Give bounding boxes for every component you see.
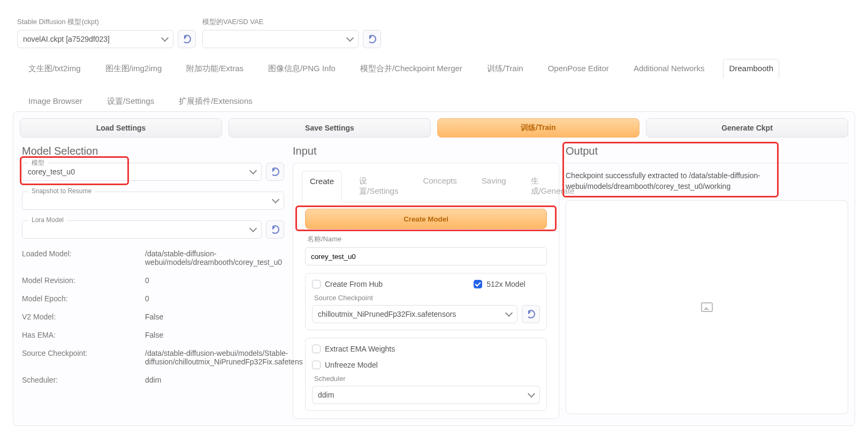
source-ckpt-select[interactable]: chilloutmix_NiPrunedFp32Fix.safetensors	[312, 305, 517, 323]
refresh-icon	[182, 35, 191, 43]
tab-additional-networks[interactable]: Additional Networks	[628, 59, 711, 79]
model-512-checkbox[interactable]: 512x Model	[474, 280, 525, 288]
tab--txt2img[interactable]: 文生图/txt2img	[22, 59, 87, 79]
info-value: 0	[145, 276, 303, 285]
info-value: False	[145, 313, 303, 321]
info-key: Loaded Model:	[22, 249, 145, 266]
source-ckpt-label: Source Checkpoint	[314, 294, 540, 302]
info-value: 0	[145, 294, 303, 303]
chevron-down-icon	[505, 309, 513, 317]
refresh-lora-button[interactable]	[266, 220, 284, 239]
sd-model-value: novelAI.ckpt [a7529df023]	[23, 35, 110, 43]
create-from-hub-checkbox[interactable]: Create From Hub	[312, 280, 383, 288]
model-field-label: 模型	[28, 158, 48, 167]
chevron-down-icon	[161, 34, 169, 42]
info-key: Model Epoch:	[22, 294, 145, 303]
subtab-saving[interactable]: Saving	[474, 171, 514, 202]
chevron-down-icon	[346, 34, 354, 42]
tab--png-info[interactable]: 图像信息/PNG Info	[262, 59, 341, 79]
chevron-down-icon	[272, 196, 279, 203]
info-key: V2 Model:	[22, 313, 145, 321]
tab-image-browser[interactable]: Image Browser	[22, 92, 88, 111]
refresh-sd-model-button[interactable]	[178, 30, 196, 48]
tab-openpose-editor[interactable]: OpenPose Editor	[542, 59, 615, 79]
info-key: Source Checkpoint:	[22, 349, 145, 366]
model-selection-title: Model Selection	[22, 145, 284, 157]
name-label: 名称/Name	[307, 234, 547, 244]
info-value: ddim	[145, 376, 303, 384]
train-button[interactable]: 训练/Train	[437, 118, 639, 138]
refresh-icon	[271, 167, 279, 176]
tab--train[interactable]: 训练/Train	[481, 59, 529, 79]
subtab-create[interactable]: Create	[302, 171, 342, 202]
load-settings-button[interactable]: Load Settings	[20, 118, 222, 138]
refresh-icon	[527, 310, 535, 318]
generate-ckpt-button[interactable]: Generate Ckpt	[646, 118, 848, 138]
info-value: /data/stable-diffusion-webui/models/Stab…	[145, 349, 303, 366]
input-title: Input	[293, 145, 559, 157]
tab--settings[interactable]: 设置/Settings	[101, 92, 160, 111]
extract-ema-checkbox[interactable]: Extract EMA Weights	[312, 345, 540, 353]
vae-select[interactable]	[202, 30, 359, 48]
subtab--settings[interactable]: 设置/Settings	[352, 171, 406, 202]
name-input[interactable]	[305, 247, 547, 265]
sd-model-select[interactable]: novelAI.ckpt [a7529df023]	[17, 30, 173, 48]
tab--extensions[interactable]: 扩展插件/Extensions	[173, 92, 258, 111]
chevron-down-icon	[249, 167, 257, 174]
output-title: Output	[566, 145, 848, 157]
subtab-concepts[interactable]: Concepts	[415, 171, 464, 202]
refresh-vae-button[interactable]	[363, 30, 381, 48]
unfreeze-checkbox[interactable]: Unfreeze Model	[312, 361, 540, 369]
info-value: False	[145, 331, 303, 339]
info-key: Scheduler:	[22, 376, 145, 384]
refresh-source-ckpt-button[interactable]	[522, 305, 540, 323]
tab--extras[interactable]: 附加功能/Extras	[180, 59, 249, 79]
info-key: Model Revision:	[22, 276, 145, 285]
refresh-icon	[368, 35, 376, 43]
model-select[interactable]: corey_test_u0	[22, 163, 262, 181]
image-icon	[701, 302, 713, 312]
output-message: Checkpoint successfully extracted to /da…	[566, 171, 848, 192]
create-model-button[interactable]: Create Model	[305, 209, 547, 229]
scheduler-label: Scheduler	[314, 375, 540, 383]
tab--checkpoint-merger[interactable]: 模型合并/Checkpoint Merger	[354, 59, 468, 79]
scheduler-select[interactable]: ddim	[312, 386, 540, 404]
save-settings-button[interactable]: Save Settings	[229, 118, 431, 138]
snapshot-label: Snapshot to Resume	[28, 187, 95, 195]
sd-model-label: Stable Diffusion 模型(ckpt)	[17, 17, 196, 27]
output-image-placeholder	[566, 200, 848, 414]
info-key: Has EMA:	[22, 331, 145, 339]
tab--img2img[interactable]: 图生图/img2img	[100, 59, 168, 79]
tab-dreambooth[interactable]: Dreambooth	[723, 59, 779, 79]
vae-label: 模型的VAE/SD VAE	[202, 17, 381, 27]
chevron-down-icon	[249, 225, 257, 232]
lora-label: Lora Model	[28, 216, 67, 224]
refresh-model-button[interactable]	[266, 163, 284, 181]
info-value: /data/stable-diffusion-webui/models/drea…	[145, 249, 303, 266]
chevron-down-icon	[528, 390, 535, 398]
model-select-value: corey_test_u0	[28, 167, 75, 176]
refresh-icon	[271, 225, 279, 234]
